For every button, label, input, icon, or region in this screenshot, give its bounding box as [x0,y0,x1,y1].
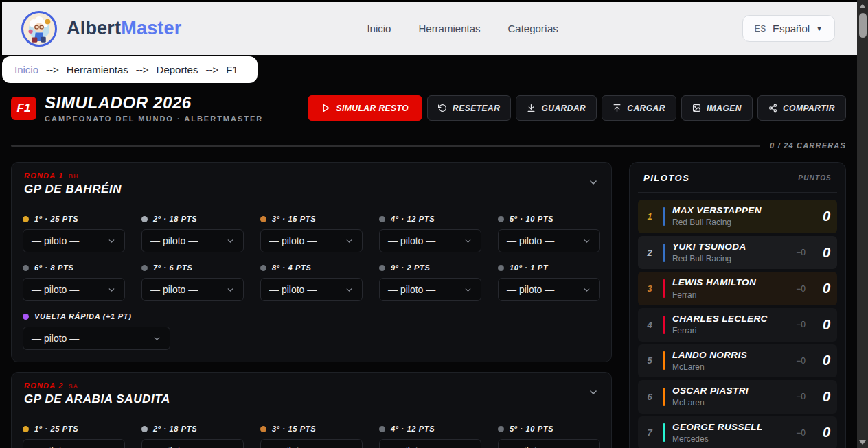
position-label: 2º · 18 PTS [153,425,197,433]
chevron-down-icon [345,285,354,294]
breadcrumb-item[interactable]: Herramientas [67,64,128,75]
driver-points: 0 [812,209,830,224]
team-name: Red Bull Racing [672,217,762,227]
driver-select[interactable]: — piloto — [260,439,363,448]
nav-link[interactable]: Inicio [367,23,391,34]
driver-select[interactable]: — piloto — [23,439,125,448]
brand[interactable]: AlbertMaster [21,11,181,47]
position-label: 3º · 15 PTS [272,425,316,433]
driver-row[interactable]: 5 LANDO NORRIS McLaren −0 0 [638,344,837,378]
position-dot-icon [23,265,29,271]
chevron-down-icon [107,237,116,246]
app-viewport: AlbertMaster InicioHerramientasCategoría… [0,0,868,448]
reset-button[interactable]: RESETEAR [427,95,511,121]
driver-select[interactable]: — piloto — [379,229,481,252]
breadcrumb-item[interactable]: Deportes [157,64,198,75]
scroll-up-icon[interactable] [859,4,866,8]
driver-row[interactable]: 3 LEWIS HAMILTON Ferrari −0 0 [638,272,837,305]
position-label: VUELTA RÁPIDA (+1 PT) [34,312,132,320]
driver-select[interactable]: — piloto — [379,439,481,448]
chevron-down-icon [588,387,599,401]
albertmaster-logo-icon [21,11,57,47]
scroll-down-icon[interactable] [859,440,866,445]
driver-select[interactable]: — piloto — [23,327,170,350]
chevron-down-icon [582,285,591,294]
driver-row[interactable]: 7 GEORGE RUSSELL Mercedes −0 0 [638,416,837,448]
driver-select[interactable]: — piloto — [498,278,600,301]
vertical-scrollbar[interactable] [857,0,868,448]
driver-select[interactable]: — piloto — [141,229,244,252]
driver-select-value: — piloto — [507,235,554,246]
driver-select-value: — piloto — [150,445,198,448]
races-column: RONDA 1 BH GP DE BAHRÉIN 1º · 25 PTS — p… [11,162,612,448]
position-label: 5º · 10 PTS [510,425,553,433]
driver-select[interactable]: — piloto — [498,229,600,252]
driver-select[interactable]: — piloto — [260,278,363,301]
driver-select-value: — piloto — [269,284,317,295]
save-button[interactable]: GUARDAR [516,95,597,121]
scrollbar-thumb[interactable] [859,13,867,38]
chevron-down-icon [226,237,235,246]
points-gap: −0 [796,284,806,294]
language-selector[interactable]: ES Español ▼ [742,15,835,42]
simulate-button[interactable]: SIMULAR RESTO [308,95,422,121]
breadcrumb-item[interactable]: Inicio [14,64,38,75]
nav-link[interactable]: Herramientas [418,23,480,34]
position-slot: VUELTA RÁPIDA (+1 PT) — piloto — [23,312,244,350]
nav-links: InicioHerramientasCategorías [367,23,558,34]
position-dot-icon [379,216,385,222]
position-label: 1º · 25 PTS [34,215,78,223]
driver-name: YUKI TSUNODA [672,241,746,252]
team-name: Ferrari [672,326,768,335]
chevron-down-icon [107,285,116,294]
team-color-bar [663,279,665,298]
driver-select[interactable]: — piloto — [260,229,363,252]
position-slot: 7º · 6 PTS — piloto — [141,263,244,301]
driver-rank: 2 [643,248,656,258]
nav-link[interactable]: Categorías [507,23,558,34]
share-button[interactable]: COMPARTIR [757,95,846,121]
points-gap: −0 [796,392,806,401]
load-button[interactable]: CARGAR [602,95,676,121]
image-button[interactable]: IMAGEN [681,95,753,121]
driver-select-value: — piloto — [507,284,554,295]
chevron-down-icon [152,334,161,343]
driver-row[interactable]: 4 CHARLES LECLERC Ferrari −0 0 [638,308,837,342]
driver-points: 0 [812,317,830,333]
breadcrumb-separator: --> [136,64,149,75]
driver-select[interactable]: — piloto — [141,278,244,301]
position-dot-icon [260,426,266,432]
driver-row[interactable]: 6 OSCAR PIASTRI McLaren −0 0 [638,380,837,414]
driver-select-value: — piloto — [32,445,79,448]
driver-rank: 1 [643,211,656,222]
position-slot: 9º · 2 PTS — piloto — [379,263,481,301]
race-card: RONDA 1 BH GP DE BAHRÉIN 1º · 25 PTS — p… [11,162,612,362]
race-card-header[interactable]: RONDA 1 BH GP DE BAHRÉIN [12,163,611,204]
driver-points: 0 [812,281,830,296]
team-color-bar [663,351,665,370]
driver-select[interactable]: — piloto — [141,439,244,448]
driver-select[interactable]: — piloto — [23,278,125,301]
standings-title: PILOTOS [643,173,689,183]
gp-name: GP DE BAHRÉIN [24,182,122,196]
breadcrumb-item[interactable]: F1 [226,64,238,75]
points-column-label: PUNTOS [798,174,832,182]
driver-row[interactable]: 2 YUKI TSUNODA Red Bull Racing −0 0 [638,236,837,270]
race-card-header[interactable]: RONDA 2 SA GP DE ARABIA SAUDITA [12,373,611,414]
points-gap: −0 [796,428,806,438]
chevron-down-icon [345,237,354,246]
position-label: 5º · 10 PTS [510,215,553,223]
position-label: 9º · 2 PTS [391,263,430,272]
progress-label: 0 / 24 CARRERAS [770,141,846,150]
chevron-down-icon [588,177,599,191]
team-color-bar [663,244,665,262]
driver-select-value: — piloto — [32,333,79,344]
driver-select[interactable]: — piloto — [23,229,125,252]
language-code: ES [755,24,766,34]
breadcrumb-separator: --> [46,64,59,75]
driver-row[interactable]: 1 MAX VERSTAPPEN Red Bull Racing 0 [638,200,837,233]
download-icon [527,104,536,113]
driver-select[interactable]: — piloto — [498,439,600,448]
position-label: 6º · 8 PTS [34,263,73,272]
driver-select[interactable]: — piloto — [379,278,481,301]
